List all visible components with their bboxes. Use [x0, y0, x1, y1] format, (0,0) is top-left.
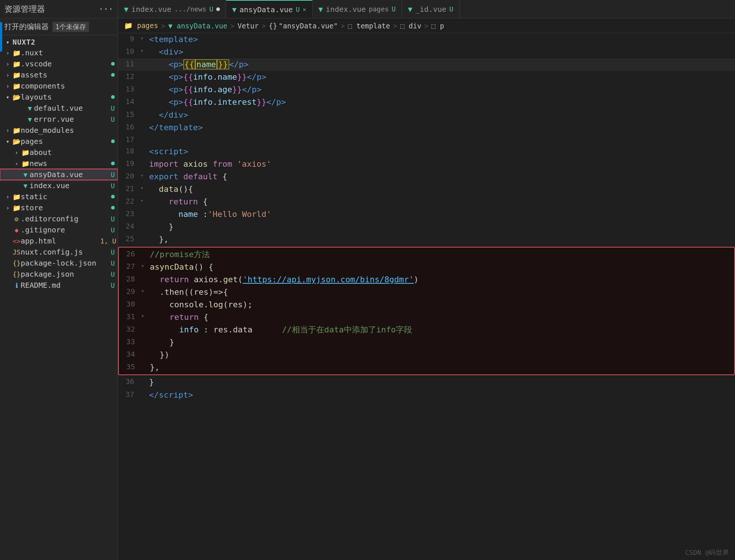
- tab-id-vue[interactable]: ▼ _id.vue U: [402, 0, 459, 18]
- sidebar-item-editorconfig[interactable]: ⚙ .editorconfig U: [0, 213, 118, 224]
- editorconfig-label: .editorconfig: [21, 214, 111, 223]
- watermark: CSDN @码世界: [685, 548, 729, 557]
- line-content-14: <p>{{info.interest}}</p>: [149, 96, 735, 108]
- line-content-34: }): [150, 349, 734, 361]
- line-arrow-23: [140, 208, 149, 209]
- sidebar-item-error-vue[interactable]: ▼ error.vue U: [0, 114, 118, 125]
- json-file-icon: {}: [13, 270, 21, 278]
- line-content-16: </template>: [149, 121, 735, 134]
- breadcrumb-ansydata: ▼ ansyData.vue: [168, 22, 227, 30]
- sidebar-item-package-lock[interactable]: {} package-lock.json U: [0, 257, 118, 269]
- node-modules-arrow: ›: [6, 127, 13, 134]
- sidebar-item-ansydata-vue[interactable]: ▼ ansyData.vue U: [0, 169, 118, 180]
- line-content-21: data(){: [149, 183, 735, 196]
- ansydata-vue-label: ansyData.vue: [30, 170, 111, 179]
- folder-icon: 📁: [13, 193, 21, 201]
- sidebar-item-news[interactable]: › 📁 news: [0, 158, 118, 169]
- line-arrow-31: ▾: [141, 311, 150, 321]
- news-label: news: [30, 159, 111, 168]
- code-line-19: 19 import axios from 'axios': [118, 158, 735, 170]
- code-line-36: 36 }: [118, 376, 735, 388]
- tab-index-news-badge: U: [209, 5, 213, 13]
- sidebar-item-app-html[interactable]: <> app.html 1, U: [0, 235, 118, 246]
- code-line-32: 32 info : res.data//相当于在data中添加了info字段: [119, 324, 734, 336]
- tab-index-pages[interactable]: ▼ index.vue pages U: [313, 0, 402, 18]
- line-content-31: return {: [150, 311, 734, 324]
- folder-icon: 📁: [13, 60, 21, 68]
- sidebar-item-default-vue[interactable]: ▼ default.vue U: [0, 103, 118, 114]
- code-editor[interactable]: 9 ▾ <template> 10 ▾ <div> 11 <p>{{name}}…: [118, 33, 735, 560]
- line-arrow-14: [140, 96, 149, 97]
- breadcrumb-filename: "ansyData.vue": [279, 22, 338, 30]
- news-arrow: ›: [15, 160, 21, 167]
- tab-index-news[interactable]: ▼ index.vue .../news U: [118, 0, 226, 18]
- sidebar-item-store[interactable]: › 📁 store: [0, 202, 118, 213]
- sidebar-item-components[interactable]: › 📁 components: [0, 80, 118, 91]
- line-num-12: 12: [118, 71, 140, 82]
- sidebar-item-gitignore[interactable]: ◆ .gitignore U: [0, 224, 118, 235]
- sidebar-item-package-json[interactable]: {} package.json U: [0, 269, 118, 280]
- pages-label: pages: [21, 137, 111, 146]
- line-num-37: 37: [118, 389, 140, 400]
- line-arrow-10: ▾: [140, 46, 149, 56]
- components-arrow: ›: [6, 83, 13, 90]
- line-arrow-12: [140, 71, 149, 72]
- line-content-23: name :'Hello World': [149, 208, 735, 221]
- line-num-27: 27: [119, 261, 141, 272]
- sidebar-item-nuxt-config[interactable]: JS nuxt.config.js U: [0, 246, 118, 257]
- code-line-34: 34 }): [119, 349, 734, 361]
- sidebar-item-layouts[interactable]: ▾ 📂 layouts: [0, 91, 118, 103]
- code-line-22: 22 ▾ return {: [118, 196, 735, 208]
- folder-icon: 📁: [13, 49, 21, 57]
- vue-file-icon: ▼: [21, 171, 30, 179]
- assets-label: assets: [21, 70, 111, 79]
- line-num-19: 19: [118, 158, 140, 169]
- sidebar-item-assets[interactable]: › 📁 assets: [0, 69, 118, 80]
- code-line-10: 10 ▾ <div>: [118, 46, 735, 58]
- line-arrow-28: [141, 273, 150, 274]
- line-arrow-20: ▾: [140, 170, 149, 180]
- code-line-18: 18 <script>: [118, 145, 735, 158]
- code-line-20: 20 ▾ export default {: [118, 170, 735, 183]
- code-line-25: 25 },: [118, 233, 735, 246]
- sidebar-item-pages[interactable]: ▾ 📂 pages: [0, 136, 118, 147]
- readme-label: README.md: [21, 281, 111, 290]
- line-num-28: 28: [119, 273, 141, 285]
- sidebar-item-readme[interactable]: ℹ README.md U: [0, 280, 118, 291]
- open-editors-bar: 打开的编辑器 1个未保存: [0, 18, 118, 35]
- line-num-20: 20: [118, 170, 140, 182]
- sidebar-item-static[interactable]: › 📁 static: [0, 191, 118, 202]
- code-line-9: 9 ▾ <template>: [118, 33, 735, 46]
- highlight-box: 26 //promise方法 27 ▾ asyncData() { 28 ret…: [118, 247, 735, 376]
- ansydata-vue-badge: U: [111, 171, 115, 179]
- line-num-30: 30: [119, 298, 141, 310]
- line-content-9: <template>: [149, 33, 735, 46]
- modified-dot: [111, 95, 115, 99]
- nuxt-config-label: nuxt.config.js: [21, 248, 111, 256]
- readme-badge: U: [111, 281, 115, 289]
- sidebar-item-vscode[interactable]: › 📁 .vscode: [0, 58, 118, 69]
- sidebar-item-pages-index-vue[interactable]: ▼ index.vue U: [0, 180, 118, 191]
- line-content-19: import axios from 'axios': [149, 158, 735, 170]
- line-num-33: 33: [119, 336, 141, 348]
- root-label: NUXT2: [13, 38, 118, 46]
- tab-close-button[interactable]: ✕: [303, 6, 306, 13]
- breadcrumb: 📁 pages > ▼ ansyData.vue > Vetur > {} "a…: [118, 18, 735, 33]
- tab-ansydata[interactable]: ▼ ansyData.vue U ✕: [226, 0, 313, 18]
- code-line-14: 14 <p>{{info.interest}}</p>: [118, 96, 735, 108]
- gitignore-label: .gitignore: [21, 225, 111, 234]
- breadcrumb-pages: 📁 pages: [124, 21, 158, 30]
- sidebar-item-about[interactable]: › 📁 about: [0, 147, 118, 158]
- line-num-24: 24: [118, 221, 140, 232]
- tab-ansydata-badge: U: [296, 6, 300, 13]
- line-arrow-9: ▾: [140, 33, 149, 43]
- sidebar-item-nuxt[interactable]: › 📁 .nuxt: [0, 47, 118, 58]
- line-content-18: <script>: [149, 145, 735, 158]
- modified-dot: [111, 139, 115, 143]
- line-arrow-24: [140, 221, 149, 221]
- sidebar-more-button[interactable]: ···: [99, 4, 113, 14]
- root-arrow: ▾: [6, 39, 13, 46]
- sidebar-item-node-modules[interactable]: › 📁 node_modules: [0, 125, 118, 136]
- node-modules-label: node_modules: [21, 126, 118, 135]
- modified-dot: [111, 206, 115, 210]
